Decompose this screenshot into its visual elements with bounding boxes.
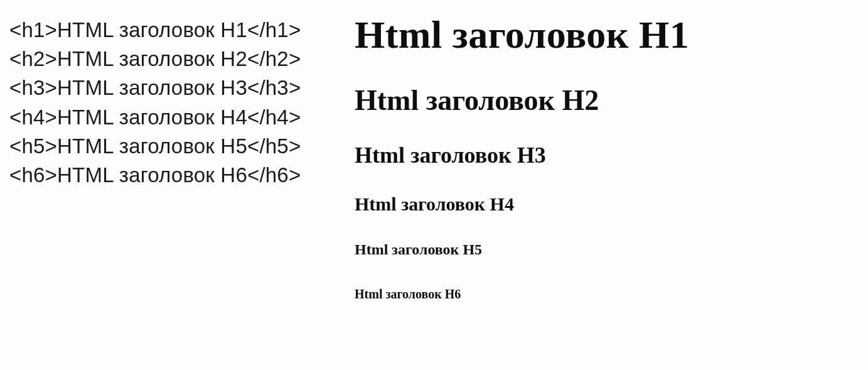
heading-h3: Html заголовок H3 <box>355 142 859 168</box>
heading-h5: Html заголовок H5 <box>355 241 859 258</box>
code-line-h4: <h4>HTML заголовок H4</h4> <box>9 103 348 132</box>
code-line-h1: <h1>HTML заголовок H1</h1> <box>9 16 348 45</box>
code-line-h6: <h6>HTML заголовок H6</h6> <box>9 161 348 190</box>
code-line-h5: <h5>HTML заголовок H5</h5> <box>9 132 348 161</box>
code-line-h3: <h3>HTML заголовок H3</h3> <box>9 73 348 102</box>
rendered-column: Html заголовок H1 Html заголовок H2 Html… <box>348 13 859 357</box>
heading-h6: Html заголовок H6 <box>355 287 859 302</box>
heading-h4: Html заголовок H4 <box>355 193 859 215</box>
heading-h1: Html заголовок H1 <box>355 13 859 57</box>
heading-h2: Html заголовок H2 <box>355 84 859 117</box>
code-column: <h1>HTML заголовок H1</h1> <h2>HTML заго… <box>9 13 348 357</box>
code-line-h2: <h2>HTML заголовок H2</h2> <box>9 45 348 73</box>
